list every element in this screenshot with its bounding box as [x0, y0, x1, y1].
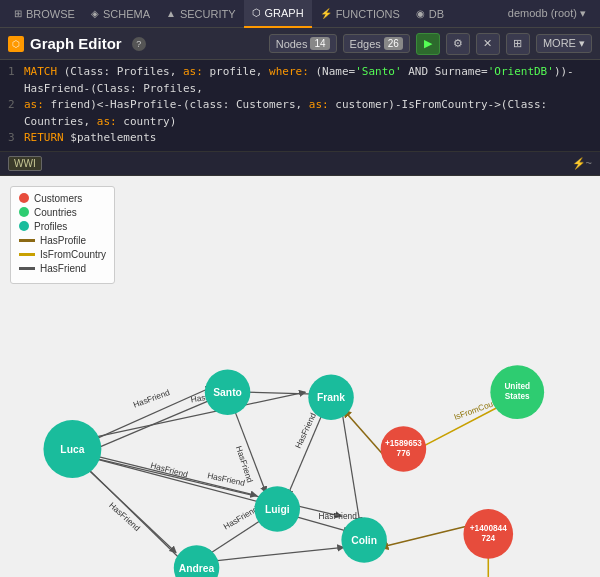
- db-icon: ◉: [416, 8, 425, 19]
- nodes-count: 14: [310, 37, 329, 50]
- edges-count: 26: [384, 37, 403, 50]
- filter-icon[interactable]: ⚡~: [572, 157, 592, 170]
- browse-icon: ⊞: [14, 8, 22, 19]
- node-c1-label: +1589653: [385, 438, 422, 447]
- edge-label: HasFriend: [294, 411, 318, 450]
- grid-button[interactable]: ⊞: [506, 33, 530, 55]
- node-c2-label2: 724: [481, 534, 495, 543]
- help-button[interactable]: ?: [132, 37, 146, 51]
- functions-icon: ⚡: [320, 8, 332, 19]
- wwi-button[interactable]: WWI: [8, 156, 42, 171]
- main-toolbar: ⬡ Graph Editor ? Nodes 14 Edges 26 ▶ ⚙ ✕…: [0, 28, 600, 60]
- edge-andrea-colin: [215, 547, 343, 560]
- nodes-button[interactable]: Nodes 14: [269, 34, 337, 53]
- security-icon: ▲: [166, 8, 176, 19]
- edge-label: HasFriend: [149, 460, 189, 479]
- node-us-label: United: [504, 382, 530, 391]
- query-line-3: 3 RETURN $pathelements: [8, 130, 592, 147]
- node-luigi-label: Luigi: [265, 504, 290, 515]
- node-c1-label2: 776: [397, 449, 411, 458]
- hasprofile-line: [19, 239, 35, 242]
- legend-hasfriend: HasFriend: [19, 263, 106, 274]
- edge-label: HasFriend: [222, 504, 260, 531]
- legend-customers: Customers: [19, 193, 106, 204]
- nav-graph[interactable]: ⬡ GRAPH: [244, 0, 312, 28]
- nav-security[interactable]: ▲ SECURITY: [158, 0, 244, 28]
- nav-functions[interactable]: ⚡ FUNCTIONS: [312, 0, 408, 28]
- page-title: Graph Editor: [30, 35, 122, 52]
- graph-legend: Customers Countries Profiles HasProfile …: [10, 186, 115, 284]
- node-andrea-label: Andrea: [179, 563, 215, 574]
- node-colin-label: Colin: [351, 535, 377, 546]
- query-editor[interactable]: 1 MATCH (Class: Profiles, as: profile, w…: [0, 60, 600, 152]
- node-c2-label: +1400844: [470, 523, 507, 532]
- hasfriend-line: [19, 267, 35, 270]
- legend-hasprofile: HasProfile: [19, 235, 106, 246]
- isfromcountry-line: [19, 253, 35, 256]
- sub-toolbar: WWI ⚡~: [0, 152, 600, 176]
- user-info[interactable]: demodb (root) ▾: [500, 7, 594, 20]
- node-frank-label: Frank: [317, 392, 345, 403]
- node-us-label2: States: [505, 392, 530, 401]
- play-button[interactable]: ▶: [416, 33, 440, 55]
- settings-button[interactable]: ⚙: [446, 33, 470, 55]
- query-line-1: 1 MATCH (Class: Profiles, as: profile, w…: [8, 64, 592, 97]
- graph-toolbar-icon: ⬡: [8, 36, 24, 52]
- legend-countries: Countries: [19, 207, 106, 218]
- nav-browse[interactable]: ⊞ BROWSE: [6, 0, 83, 28]
- edge-c2-colin: [381, 523, 478, 547]
- graph-icon: ⬡: [252, 7, 261, 18]
- edge-santo-luca: [90, 399, 212, 451]
- country-dot: [19, 207, 29, 217]
- top-navigation: ⊞ BROWSE ◈ SCHEMA ▲ SECURITY ⬡ GRAPH ⚡ F…: [0, 0, 600, 28]
- nav-schema[interactable]: ◈ SCHEMA: [83, 0, 158, 28]
- edge-andrea-luca: [86, 466, 181, 559]
- edges-button[interactable]: Edges 26: [343, 34, 410, 53]
- query-line-2: 2 as: friend)<-HasProfile-(class: Custom…: [8, 97, 592, 130]
- edge-label: HasFriend: [319, 512, 358, 521]
- graph-canvas[interactable]: Customers Countries Profiles HasProfile …: [0, 176, 600, 578]
- edge-c1-frank: [343, 409, 382, 453]
- customer-dot: [19, 193, 29, 203]
- node-luca-label: Luca: [60, 444, 84, 455]
- close-button[interactable]: ✕: [476, 33, 500, 55]
- more-button[interactable]: MORE ▾: [536, 34, 592, 53]
- profile-dot: [19, 221, 29, 231]
- nav-db[interactable]: ◉ DB: [408, 0, 452, 28]
- legend-profiles: Profiles: [19, 221, 106, 232]
- legend-isfromcountry: IsFromCountry: [19, 249, 106, 260]
- node-santo-label: Santo: [213, 387, 242, 398]
- schema-icon: ◈: [91, 8, 99, 19]
- edge-label: HasFriend: [132, 387, 171, 409]
